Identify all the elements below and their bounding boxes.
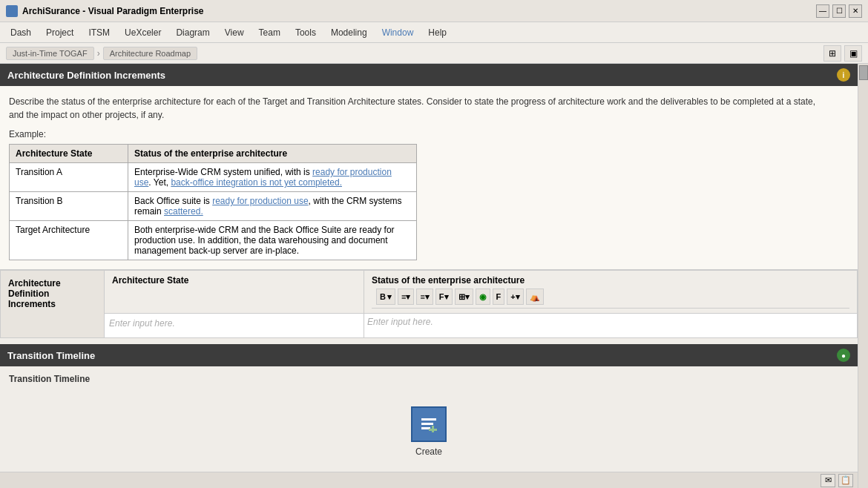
status-link-1a: ready for production use bbox=[212, 196, 308, 206]
architecture-state-input-area: Enter input here. bbox=[105, 314, 364, 337]
breadcrumb-grid-icon[interactable]: ⊞ bbox=[823, 45, 841, 62]
table-row: Transition A Enterprise-Wide CRM system … bbox=[10, 163, 417, 192]
breadcrumb-icons: ⊞ ▣ bbox=[823, 45, 862, 62]
example-table: Architecture State Status of the enterpr… bbox=[9, 144, 417, 260]
state-cell-0: Transition A bbox=[10, 163, 128, 192]
section2-header: Transition Timeline ● bbox=[0, 344, 858, 366]
create-svg-icon bbox=[417, 412, 441, 436]
section1-title: Architecture Definition Increments bbox=[7, 70, 165, 81]
app-window: ArchiSurance - Visual Paradigm Enterpris… bbox=[0, 0, 868, 488]
status-link-0b: back-office integration is not yet compl… bbox=[171, 177, 342, 188]
table-row: Target Architecture Both enterprise-wide… bbox=[10, 221, 417, 260]
menu-team[interactable]: Team bbox=[251, 24, 288, 41]
table-button[interactable]: ⊞▾ bbox=[455, 288, 473, 305]
formatting-toolbar: B▾ ≡▾ ≡▾ F▾ ⊞▾ ◉ F +▾ ⛺ bbox=[372, 286, 849, 309]
form-col-header-2-label: Status of the enterprise architecture bbox=[372, 275, 849, 286]
mail-icon[interactable]: ✉ bbox=[821, 474, 835, 487]
create-label[interactable]: Create bbox=[415, 446, 442, 457]
description-text: Describe the status of the enterprise ar… bbox=[9, 95, 849, 122]
menubar: Dash Project ITSM UeXceler Diagram View … bbox=[0, 22, 868, 43]
breadcrumb-bar: Just-in-Time TOGAF › Architecture Roadma… bbox=[0, 43, 868, 64]
titlebar-left: ArchiSurance - Visual Paradigm Enterpris… bbox=[6, 5, 204, 17]
desc-text1: Describe the status of the enterprise ar… bbox=[9, 96, 815, 107]
state-input-placeholder: Enter input here. bbox=[109, 318, 175, 329]
form-columns: Architecture State Status of the enterpr… bbox=[105, 271, 857, 337]
close-button[interactable]: ✕ bbox=[849, 4, 862, 18]
clipboard-icon[interactable]: 📋 bbox=[838, 474, 853, 487]
transition-label: Transition Timeline bbox=[9, 374, 849, 384]
status-text-1: Back Office suite is bbox=[134, 196, 212, 206]
menu-tools[interactable]: Tools bbox=[288, 24, 323, 41]
indent-button[interactable]: ≡▾ bbox=[416, 288, 433, 305]
example-col-header-2: Status of the enterprise architecture bbox=[128, 145, 417, 163]
menu-view[interactable]: View bbox=[217, 24, 251, 41]
form-left-label: Architecture Definition Increments bbox=[1, 271, 105, 337]
menu-diagram[interactable]: Diagram bbox=[168, 24, 217, 41]
statusbar: ✉ 📋 bbox=[0, 472, 858, 488]
svg-rect-5 bbox=[429, 429, 437, 431]
menu-modeling[interactable]: Modeling bbox=[323, 24, 375, 41]
form-col-header-1: Architecture State bbox=[105, 271, 364, 313]
create-icon[interactable] bbox=[411, 406, 447, 442]
state-cell-1: Transition B bbox=[10, 192, 128, 221]
section1-icon[interactable]: i bbox=[837, 68, 850, 82]
menu-itsm[interactable]: ITSM bbox=[81, 24, 117, 41]
table-row: Transition B Back Office suite is ready … bbox=[10, 192, 417, 221]
menu-uexceler[interactable]: UeXceler bbox=[117, 24, 168, 41]
section1-header: Architecture Definition Increments i bbox=[0, 64, 858, 86]
status-cell-1: Back Office suite is ready for productio… bbox=[128, 192, 417, 221]
maximize-button[interactable]: ☐ bbox=[832, 4, 846, 18]
minimize-button[interactable]: — bbox=[816, 4, 829, 18]
form-col-header-2: Status of the enterprise architecture B▾… bbox=[364, 271, 857, 313]
breadcrumb-item-1[interactable]: Just-in-Time TOGAF bbox=[6, 47, 94, 60]
state-cell-2: Target Architecture bbox=[10, 221, 128, 260]
titlebar-controls: — ☐ ✕ bbox=[816, 4, 862, 18]
menu-help[interactable]: Help bbox=[421, 24, 454, 41]
align-button[interactable]: ≡▾ bbox=[398, 288, 414, 305]
menu-dash[interactable]: Dash bbox=[3, 24, 39, 41]
svg-rect-2 bbox=[421, 423, 433, 425]
status-input-area: Enter input here. bbox=[364, 314, 857, 337]
create-area: Create bbox=[9, 392, 849, 472]
app-icon bbox=[6, 5, 18, 17]
example-label: Example: bbox=[9, 129, 849, 139]
section2-icon-label: ● bbox=[841, 352, 846, 360]
status-text-0a: Enterprise-Wide CRM system unified, with… bbox=[134, 167, 312, 177]
font-button[interactable]: F▾ bbox=[435, 288, 453, 305]
breadcrumb-layout-icon[interactable]: ▣ bbox=[844, 45, 862, 62]
example-col-header-1: Architecture State bbox=[10, 145, 128, 163]
form-container: Architecture Definition Increments Archi… bbox=[0, 270, 858, 338]
transition-content: Transition Timeline Create bbox=[0, 366, 858, 472]
section2-title: Transition Timeline bbox=[7, 350, 95, 361]
svg-rect-1 bbox=[421, 418, 436, 421]
section2-icon[interactable]: ● bbox=[837, 349, 850, 362]
section1-icon-label: i bbox=[843, 71, 845, 79]
breadcrumb-item-2[interactable]: Architecture Roadmap bbox=[103, 47, 197, 60]
color-button[interactable]: ◉ bbox=[476, 288, 490, 305]
status-text-0b: . Yet, bbox=[148, 177, 171, 188]
status-cell-0: Enterprise-Wide CRM system unified, with… bbox=[128, 163, 417, 192]
scrollbar-thumb[interactable] bbox=[859, 65, 868, 80]
form-col-headers: Architecture State Status of the enterpr… bbox=[105, 271, 857, 314]
breadcrumb-separator: › bbox=[97, 48, 100, 59]
status-cell-2: Both enterprise-wide CRM and the Back Of… bbox=[128, 221, 417, 260]
status-input-placeholder: Enter input here. bbox=[367, 317, 433, 327]
status-link-1b: scattered. bbox=[164, 206, 203, 217]
app-title: ArchiSurance - Visual Paradigm Enterpris… bbox=[22, 6, 204, 16]
form-inputs: Enter input here. Enter input here. bbox=[105, 314, 857, 337]
desc-text2: and the impact on other projects, if any… bbox=[9, 110, 164, 120]
special-button[interactable]: ⛺ bbox=[526, 288, 544, 305]
menu-window[interactable]: Window bbox=[375, 24, 421, 41]
bold-button[interactable]: B▾ bbox=[376, 288, 395, 305]
form-row: Architecture Definition Increments Archi… bbox=[1, 271, 857, 337]
scrollbar[interactable] bbox=[858, 64, 868, 488]
menu-project[interactable]: Project bbox=[39, 24, 81, 41]
titlebar: ArchiSurance - Visual Paradigm Enterpris… bbox=[0, 0, 868, 22]
description-area: Describe the status of the enterprise ar… bbox=[0, 86, 858, 270]
insert-button[interactable]: +▾ bbox=[507, 288, 523, 305]
breadcrumb: Just-in-Time TOGAF › Architecture Roadma… bbox=[6, 47, 197, 60]
format-button[interactable]: F bbox=[493, 288, 505, 305]
